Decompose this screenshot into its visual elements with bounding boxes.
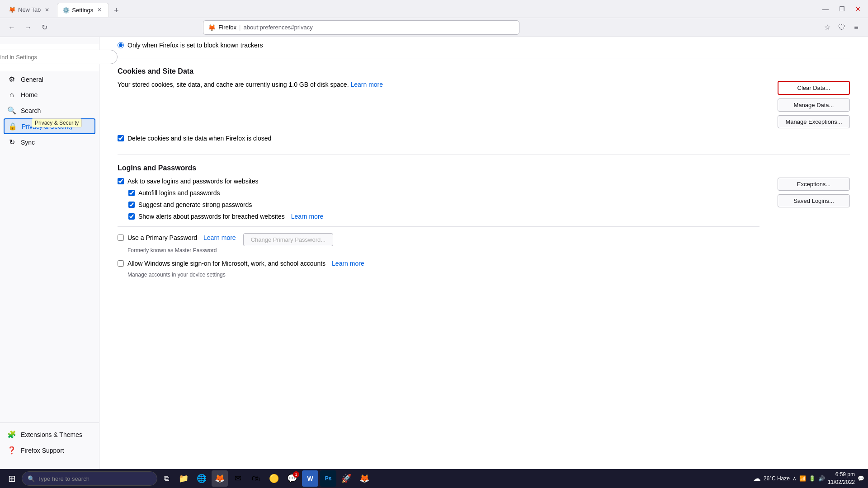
alerts-learn-more-link[interactable]: Learn more — [291, 213, 324, 220]
exceptions-button[interactable]: Exceptions... — [778, 178, 850, 191]
windows-sso-sub: Manage accounts in your device settings — [127, 272, 760, 278]
window-controls: — ❐ ✕ — [819, 3, 864, 15]
taskbar-edge[interactable]: 🌐 — [193, 470, 210, 487]
tab-settings[interactable]: ⚙️ Settings ✕ — [57, 3, 109, 17]
logins-section-title: Logins and Passwords — [118, 164, 850, 172]
taskbar-store[interactable]: 🛍 — [248, 470, 264, 487]
find-settings-input[interactable] — [0, 50, 118, 64]
taskbar-skype[interactable]: 💬 1 — [284, 470, 300, 487]
logins-two-col: Ask to save logins and passwords for web… — [118, 178, 850, 278]
suggest-checkbox[interactable] — [128, 202, 135, 208]
main-content: 🔍 ⚙ General ⌂ Home 🔍 Search 🔒 Privacy & … — [0, 37, 868, 469]
notification-icon[interactable]: 💬 — [858, 475, 864, 482]
taskbar: ⊞ 🔍 Type here to search ⧉ 📁 🌐 🦊 ✉ 🛍 🟡 💬 … — [0, 469, 868, 488]
cookies-description: Your stored cookies, site data, and cach… — [118, 81, 760, 88]
toolbar-right: ☆ 🛡 ≡ — [821, 21, 863, 34]
minimize-button[interactable]: — — [819, 3, 832, 15]
taskbar-search-placeholder: Type here to search — [38, 475, 90, 482]
primary-password-label: Use a Primary Password — [127, 234, 197, 241]
url-text: about:preferences#privacy — [243, 24, 312, 31]
start-button[interactable]: ⊞ — [4, 470, 20, 487]
sidebar-item-search[interactable]: 🔍 Search — [0, 103, 99, 118]
taskbar-chrome[interactable]: 🟡 — [266, 470, 282, 487]
cookies-left: Your stored cookies, site data, and cach… — [118, 81, 760, 88]
forward-button[interactable]: → — [22, 21, 34, 34]
newtab-close[interactable]: ✕ — [43, 6, 51, 14]
settings-favicon: ⚙️ — [63, 7, 69, 13]
volume-icon: 🔊 — [818, 475, 825, 482]
change-primary-button[interactable]: Change Primary Password... — [243, 233, 333, 246]
address-bar: ← → ↻ 🦊 Firefox | about:preferences#priv… — [0, 18, 868, 37]
general-label: General — [21, 76, 43, 83]
saved-logins-button[interactable]: Saved Logins... — [778, 194, 850, 207]
sidebar-item-sync[interactable]: ↻ Sync — [0, 134, 99, 150]
taskbar-mail[interactable]: ✉ — [230, 470, 246, 487]
taskbar-file-explorer[interactable]: 📁 — [175, 470, 192, 487]
delete-cookies-row: Delete cookies and site data when Firefo… — [118, 135, 850, 142]
extensions-icon: 🧩 — [7, 430, 16, 439]
sidebar-item-home[interactable]: ⌂ Home — [0, 87, 99, 103]
logins-buttons: Exceptions... Saved Logins... — [778, 178, 850, 207]
primary-pw-check-row: Use a Primary Password Learn more — [118, 234, 236, 241]
alerts-label: Show alerts about passwords for breached… — [138, 213, 285, 220]
browser-window: 🦊 New Tab ✕ ⚙️ Settings ✕ + — ❐ ✕ ← → ↻ … — [0, 0, 868, 488]
sync-icon: ↻ — [7, 138, 16, 146]
home-label: Home — [21, 91, 38, 99]
tab-newtab[interactable]: 🦊 New Tab ✕ — [4, 3, 56, 17]
taskbar-firefox[interactable]: 🦊 — [212, 470, 228, 487]
general-icon: ⚙ — [7, 75, 16, 84]
logins-section: Logins and Passwords Ask to save logins … — [118, 164, 850, 278]
task-view-button[interactable]: ⧉ — [159, 471, 174, 486]
url-bar[interactable]: 🦊 Firefox | about:preferences#privacy — [203, 20, 519, 35]
firefox-logo-icon: 🦊 — [208, 24, 216, 31]
autofill-checkbox[interactable] — [128, 190, 135, 196]
taskbar-fox2[interactable]: 🦊 — [356, 470, 373, 487]
delete-cookies-checkbox[interactable] — [118, 135, 124, 141]
shield-icon[interactable]: 🛡 — [835, 21, 848, 34]
clear-data-button[interactable]: Clear Data... — [778, 81, 850, 95]
bookmark-icon[interactable]: ☆ — [821, 21, 834, 34]
windows-sso-learn-more-link[interactable]: Learn more — [332, 260, 364, 267]
privacy-tooltip: Privacy & Security — [32, 118, 82, 127]
primary-password-checkbox[interactable] — [118, 235, 124, 241]
suggest-label: Suggest and generate strong passwords — [138, 201, 252, 208]
windows-sso-checkbox[interactable] — [118, 260, 124, 267]
taskbar-word[interactable]: W — [302, 470, 318, 487]
settings-content: Only when Firefox is set to block known … — [99, 37, 868, 469]
manage-exceptions-button[interactable]: Manage Exceptions... — [778, 115, 850, 128]
maximize-button[interactable]: ❐ — [835, 3, 848, 15]
logins-left: Ask to save logins and passwords for web… — [118, 178, 760, 278]
tracker-radio[interactable] — [118, 42, 124, 48]
add-tab-button[interactable]: + — [110, 5, 123, 17]
taskbar-rocket[interactable]: 🚀 — [338, 470, 354, 487]
taskbar-search-icon: 🔍 — [28, 475, 35, 482]
settings-close[interactable]: ✕ — [96, 6, 103, 14]
close-button[interactable]: ✕ — [852, 3, 864, 15]
time-text: 6:59 pm — [828, 471, 855, 479]
primary-learn-more-link[interactable]: Learn more — [203, 234, 236, 241]
taskbar-search[interactable]: 🔍 Type here to search — [22, 471, 157, 486]
back-button[interactable]: ← — [5, 21, 18, 34]
sidebar-item-support[interactable]: ❓ Firefox Support — [0, 442, 99, 458]
taskbar-time: 6:59 pm 11/02/2022 — [828, 471, 855, 486]
ask-save-checkbox[interactable] — [118, 178, 124, 184]
tab-bar: 🦊 New Tab ✕ ⚙️ Settings ✕ + — [4, 1, 123, 17]
manage-data-button[interactable]: Manage Data... — [778, 99, 850, 112]
refresh-button[interactable]: ↻ — [38, 21, 51, 34]
delete-cookies-label: Delete cookies and site data when Firefo… — [127, 135, 271, 142]
sidebar-item-general[interactable]: ⚙ General — [0, 71, 99, 87]
newtab-label: New Tab — [18, 6, 41, 13]
windows-sso-row: Allow Windows single sign-on for Microso… — [118, 260, 760, 267]
sidebar-item-extensions[interactable]: 🧩 Extensions & Themes — [0, 427, 99, 442]
weather-text: 26°C Haze — [764, 475, 790, 482]
system-tray-expand[interactable]: ∧ — [793, 475, 797, 482]
skype-badge: 1 — [293, 471, 299, 478]
cookies-learn-more-link[interactable]: Learn more — [350, 81, 383, 88]
taskbar-photoshop[interactable]: Ps — [320, 470, 336, 487]
sidebar-item-privacy[interactable]: 🔒 Privacy & Security Privacy & Security — [4, 118, 95, 134]
menu-icon[interactable]: ≡ — [850, 21, 863, 34]
primary-password-row: Use a Primary Password Learn more Change… — [118, 233, 760, 246]
logins-indent: Autofill logins and passwords Suggest an… — [128, 189, 760, 220]
cookies-buttons: Clear Data... Manage Data... Manage Exce… — [778, 81, 850, 128]
alerts-checkbox[interactable] — [128, 213, 135, 220]
